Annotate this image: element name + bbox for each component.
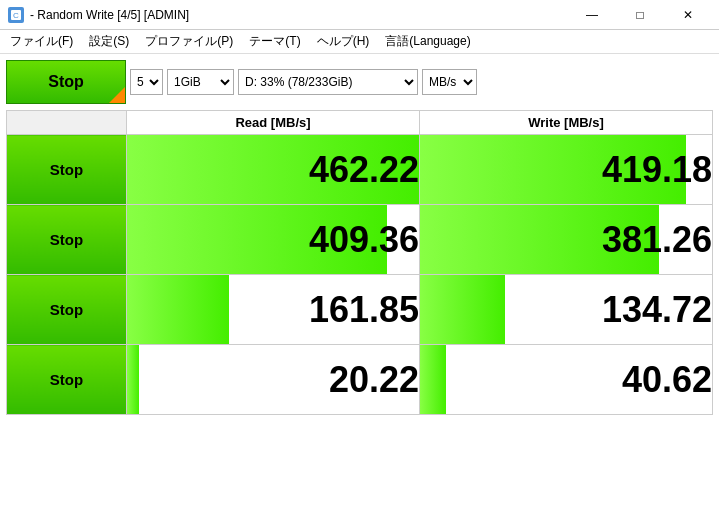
window-controls: — □ ✕ <box>569 0 711 30</box>
write-value-2: 134.72 <box>420 275 713 345</box>
minimize-button[interactable]: — <box>569 0 615 30</box>
table-row: Stop409.36381.26 <box>7 205 713 275</box>
bottom-spacer <box>6 415 713 443</box>
main-stop-button[interactable]: Stop <box>6 60 126 104</box>
menu-bar: ファイル(F)設定(S)プロファイル(P)テーマ(T)ヘルプ(H)言語(Lang… <box>0 30 719 54</box>
menu-item[interactable]: プロファイル(P) <box>139 31 239 52</box>
read-value-1: 409.36 <box>127 205 420 275</box>
menu-item[interactable]: ファイル(F) <box>4 31 79 52</box>
close-button[interactable]: ✕ <box>665 0 711 30</box>
col-header-empty <box>7 111 127 135</box>
main-content: Stop 5 1 3 9 1GiB 512MiB 2GiB 4GiB D: 33… <box>0 54 719 521</box>
menu-item[interactable]: 言語(Language) <box>379 31 476 52</box>
stop-button-3[interactable]: Stop <box>7 345 127 415</box>
table-row: Stop462.22419.18 <box>7 135 713 205</box>
title-bar: C - Random Write [4/5] [ADMIN] — □ ✕ <box>0 0 719 30</box>
count-select[interactable]: 5 1 3 9 <box>130 69 163 95</box>
window-title: - Random Write [4/5] [ADMIN] <box>30 8 189 22</box>
read-value-2: 161.85 <box>127 275 420 345</box>
size-select[interactable]: 1GiB 512MiB 2GiB 4GiB <box>167 69 234 95</box>
stop-button-0[interactable]: Stop <box>7 135 127 205</box>
table-row: Stop161.85134.72 <box>7 275 713 345</box>
col-header-read: Read [MB/s] <box>127 111 420 135</box>
stop-button-1[interactable]: Stop <box>7 205 127 275</box>
write-value-3: 40.62 <box>420 345 713 415</box>
svg-text:C: C <box>13 11 19 20</box>
menu-item[interactable]: ヘルプ(H) <box>311 31 376 52</box>
maximize-button[interactable]: □ <box>617 0 663 30</box>
write-value-1: 381.26 <box>420 205 713 275</box>
drive-select[interactable]: D: 33% (78/233GiB) <box>238 69 418 95</box>
unit-select[interactable]: MB/s GB/s IOPS <box>422 69 477 95</box>
stop-button-2[interactable]: Stop <box>7 275 127 345</box>
app-icon: C <box>8 7 24 23</box>
table-row: Stop20.2240.62 <box>7 345 713 415</box>
col-header-write: Write [MB/s] <box>420 111 713 135</box>
menu-item[interactable]: テーマ(T) <box>243 31 306 52</box>
benchmark-table: Read [MB/s] Write [MB/s] Stop462.22419.1… <box>6 110 713 415</box>
read-value-0: 462.22 <box>127 135 420 205</box>
write-value-0: 419.18 <box>420 135 713 205</box>
read-value-3: 20.22 <box>127 345 420 415</box>
controls-row: Stop 5 1 3 9 1GiB 512MiB 2GiB 4GiB D: 33… <box>6 60 713 104</box>
menu-item[interactable]: 設定(S) <box>83 31 135 52</box>
